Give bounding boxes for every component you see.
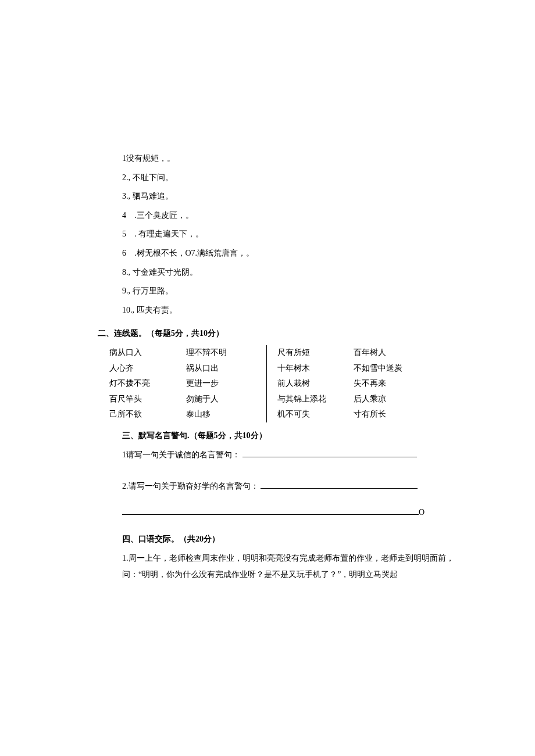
match-item: 病从口入	[109, 345, 186, 361]
match-item: 不如雪中送炭	[354, 361, 430, 377]
question-text: 2.请写一句关于勤奋好学的名言警句：	[122, 482, 259, 490]
match-item: 人心齐	[109, 361, 186, 377]
match-item: 前人栽树	[277, 376, 354, 392]
match-item: 泰山移	[186, 407, 263, 422]
list-item: 2., 不耻下问。	[122, 170, 535, 186]
question-line: 1请写一句关于诚信的名言警句：	[0, 447, 535, 463]
list-item: 6 .树无根不长，O7.满纸荒唐言，。	[122, 246, 535, 261]
list-item: 9., 行万里路。	[122, 284, 535, 299]
section4-header: 四、口语交际。（共20分）	[0, 532, 535, 547]
match-item: 寸有所长	[354, 407, 430, 422]
section3-header: 三、默写名言警句.（每题5分，共10分）	[0, 428, 535, 444]
list-item: 1没有规矩，。	[122, 151, 535, 167]
question-text: 1请写一句关于诚信的名言警句：	[122, 450, 240, 459]
answer-blank	[122, 514, 419, 515]
match-item: 十年树木	[277, 361, 354, 377]
match-col: 百年树人 不如雪中送炭 失不再来 后人乘凉 寸有所长	[354, 345, 430, 422]
match-item: 机不可失	[277, 407, 354, 422]
question-line: 2.请写一句关于勤奋好学的名言警句：	[0, 479, 535, 495]
match-pair-right: 尺有所短 十年树木 前人栽树 与其锦上添花 机不可失 百年树人 不如雪中送炭 失…	[277, 345, 431, 422]
match-item: 失不再来	[354, 376, 430, 392]
match-item: 己所不欲	[109, 407, 186, 422]
list-item: 4 .三个臭皮匠，。	[122, 208, 535, 224]
list-item: 3., 驷马难追。	[122, 189, 535, 205]
list-item: 8., 寸金难买寸光阴。	[122, 265, 535, 281]
match-item: 百年树人	[354, 345, 430, 361]
match-item: 更进一步	[186, 376, 263, 392]
answer-line: O	[0, 505, 535, 521]
answer-blank	[242, 457, 417, 457]
match-item: 祸从口出	[186, 361, 263, 377]
list-item: 10., 匹夫有责。	[122, 303, 535, 318]
match-col: 理不辩不明 祸从口出 更进一步 勿施于人 泰山移	[186, 345, 263, 422]
paragraph: 1.周一上午，老师检查周末作业，明明和亮亮没有完成老师布置的作业，老师走到明明面…	[0, 551, 535, 567]
match-pair-left: 病从口入 人心齐 灯不拨不亮 百尺竿头 己所不欲 理不辩不明 祸从口出 更进一步…	[109, 345, 263, 422]
vertical-divider	[266, 345, 267, 422]
match-item: 后人乘凉	[354, 392, 430, 407]
match-item: 百尺竿头	[109, 392, 186, 407]
matching-section: 病从口入 人心齐 灯不拨不亮 百尺竿头 己所不欲 理不辩不明 祸从口出 更进一步…	[0, 345, 430, 422]
match-col: 病从口入 人心齐 灯不拨不亮 百尺竿头 己所不欲	[109, 345, 186, 422]
answer-blank	[261, 488, 418, 489]
trail-char: O	[419, 508, 425, 517]
match-item: 灯不拨不亮	[109, 376, 186, 392]
list-item: 5 . 有理走遍天下，。	[122, 227, 535, 242]
match-item: 理不辩不明	[186, 345, 263, 361]
paragraph: 问：“明明，你为什么没有完成作业呀？是不是又玩手机了？”，明明立马哭起	[0, 567, 535, 583]
fill-blank-list: 1没有规矩，。 2., 不耻下问。 3., 驷马难追。 4 .三个臭皮匠，。 5…	[0, 151, 535, 318]
match-item: 与其锦上添花	[277, 392, 354, 407]
match-col: 尺有所短 十年树木 前人栽树 与其锦上添花 机不可失	[277, 345, 354, 422]
document-page: 1没有规矩，。 2., 不耻下问。 3., 驷马难追。 4 .三个臭皮匠，。 5…	[0, 0, 535, 583]
match-item: 尺有所短	[277, 345, 354, 361]
section2-header: 二、连线题。（每题5分，共10分）	[0, 326, 535, 342]
match-item: 勿施于人	[186, 392, 263, 407]
